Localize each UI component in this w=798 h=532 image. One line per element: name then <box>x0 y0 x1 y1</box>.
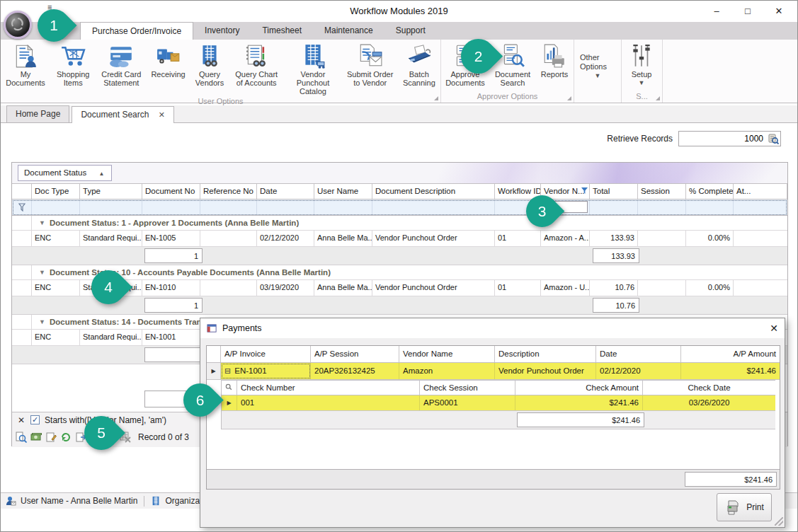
cell-ap-invoice[interactable]: ⊟EN-1001 <box>221 363 311 379</box>
cell-check-amount[interactable]: $241.46 <box>515 395 643 410</box>
retrieve-records-input[interactable] <box>678 131 781 146</box>
cell-document-no[interactable]: EN-1001 <box>142 330 200 345</box>
column-check-number[interactable]: Check Number <box>237 381 420 395</box>
filter-enabled-checkbox[interactable]: ✓ <box>30 415 40 424</box>
edit-record-icon[interactable] <box>45 432 57 443</box>
cell-vendor-name[interactable]: Amazon - A... <box>541 231 590 246</box>
cell-user-name[interactable]: Anna Belle Ma... <box>314 280 372 296</box>
check-row[interactable]: ▶ 001 APS0001 $241.46 03/26/2020 <box>222 395 775 411</box>
collapse-group-icon[interactable]: ▼ <box>39 318 45 325</box>
collapse-group-icon[interactable]: ▼ <box>39 219 45 226</box>
query-vendors-button[interactable]: Query Vendors <box>190 42 230 87</box>
invoice-row[interactable]: ▶ ⊟EN-1001 20AP326132425 Amazon Vendor P… <box>207 363 780 380</box>
column-ap-invoice[interactable]: A/P Invoice <box>221 346 311 362</box>
cell-vendor-name[interactable]: Amazon <box>399 363 495 379</box>
column-session[interactable]: Session <box>638 184 686 199</box>
cell-vendor-name[interactable]: Amazon - U... <box>541 280 590 296</box>
close-button[interactable]: ✕ <box>763 1 794 21</box>
cell-ap-amount[interactable]: $241.46 <box>681 363 780 379</box>
cell-description[interactable]: Vendor Punchout Order <box>495 363 596 379</box>
cell-doc-type[interactable]: ENC <box>32 231 80 246</box>
group-row-status-1[interactable]: ▼ Document Status: 1 - Approver 1 Docume… <box>12 216 787 231</box>
print-button[interactable]: Print <box>717 493 772 521</box>
cell-session[interactable] <box>638 231 686 246</box>
table-row[interactable]: ENC Standard Requi... EN-1005 02/12/2020… <box>12 231 787 247</box>
cell-pct-completed[interactable]: 0.00% <box>686 280 734 296</box>
filter-document-no[interactable] <box>142 200 200 215</box>
column-pct-completed[interactable]: % Completed <box>686 184 734 199</box>
batch-scanning-button[interactable]: Batch Scanning <box>398 42 440 87</box>
my-documents-button[interactable]: My Documents <box>1 42 50 87</box>
cell-date[interactable]: 02/12/2020 <box>257 231 314 246</box>
group-by-document-status[interactable]: Document Status ▲ <box>18 165 112 181</box>
refresh-record-icon[interactable] <box>60 432 72 443</box>
cash-icon[interactable] <box>30 432 42 443</box>
shopping-items-button[interactable]: Shopping Items <box>50 42 96 87</box>
preview-search-icon[interactable] <box>16 432 27 443</box>
cell-date[interactable]: 03/19/2020 <box>257 280 314 296</box>
cell-doc-type[interactable]: ENC <box>32 330 80 345</box>
cell-user-name[interactable]: Anna Belle Ma... <box>314 231 372 246</box>
other-options-button[interactable]: Other Options ▼ <box>574 42 621 91</box>
query-chart-of-accounts-button[interactable]: Query Chart of Accounts <box>229 42 283 87</box>
cell-document-no[interactable]: EN-1010 <box>142 280 200 296</box>
filter-doc-type[interactable] <box>32 200 80 215</box>
cell-attachments[interactable] <box>734 231 787 246</box>
cell-type[interactable]: Standard Requi... <box>80 330 142 345</box>
cell-session[interactable] <box>638 280 686 296</box>
tab-purchase-order-invoice[interactable]: Purchase Order/Invoice <box>80 22 193 40</box>
cell-check-session[interactable]: APS0001 <box>420 395 515 410</box>
receiving-button[interactable]: Receiving <box>147 42 189 79</box>
filter-pct-completed[interactable] <box>686 200 734 215</box>
payments-dialog-titlebar[interactable]: Payments ✕ <box>200 318 785 338</box>
column-user-name[interactable]: User Name <box>314 184 372 199</box>
auto-filter-row[interactable] <box>12 200 787 216</box>
tab-home-page[interactable]: Home Page <box>6 105 69 122</box>
tab-document-search[interactable]: Document Search ✕ <box>72 106 174 123</box>
dialog-launcher-icon[interactable] <box>434 96 438 100</box>
filter-user-name[interactable] <box>314 200 372 215</box>
detail-search-icon[interactable] <box>222 381 237 395</box>
cell-reference-no[interactable] <box>200 280 257 296</box>
column-attachments[interactable]: At... <box>734 184 787 199</box>
column-ap-session[interactable]: A/P Session <box>311 346 399 362</box>
setup-button[interactable]: Setup ▼ <box>622 42 661 87</box>
filter-reference-no[interactable] <box>200 200 257 215</box>
submit-order-to-vendor-button[interactable]: Submit Order to Vendor <box>343 42 398 87</box>
cell-document-description[interactable]: Vendor Punchout Order <box>372 231 495 246</box>
filter-date[interactable] <box>257 200 314 215</box>
dialog-launcher-icon[interactable] <box>567 96 571 100</box>
cell-workflow-id[interactable]: 01 <box>495 280 541 296</box>
cell-date[interactable]: 02/12/2020 <box>596 363 681 379</box>
close-tab-icon[interactable]: ✕ <box>159 110 165 119</box>
collapse-detail-icon[interactable]: ⊟ <box>224 366 231 376</box>
column-check-session[interactable]: Check Session <box>420 381 515 395</box>
credit-card-statement-button[interactable]: Credit Card Statement <box>96 42 147 87</box>
cell-pct-completed[interactable]: 0.00% <box>686 231 734 246</box>
maximize-button[interactable]: □ <box>732 1 763 21</box>
cell-type[interactable]: Standard Requi... <box>80 231 142 246</box>
filter-document-description[interactable] <box>372 200 495 215</box>
column-total[interactable]: Total <box>590 184 638 199</box>
close-filter-icon[interactable]: ✕ <box>18 415 25 425</box>
database-search-icon[interactable] <box>768 133 779 146</box>
cell-ap-session[interactable]: 20AP326132425 <box>311 363 399 379</box>
column-ap-amount[interactable]: A/P Amount <box>681 346 780 362</box>
column-type[interactable]: Type <box>80 184 142 199</box>
column-document-no[interactable]: Document No <box>142 184 200 199</box>
column-doc-type[interactable]: Doc Type <box>32 184 80 199</box>
vendor-punchout-catalog-button[interactable]: Vendor Punchout Catalog <box>283 42 343 96</box>
column-check-amount[interactable]: Check Amount <box>515 381 643 395</box>
tab-timesheet[interactable]: Timesheet <box>251 22 313 40</box>
dialog-launcher-icon[interactable] <box>656 96 660 100</box>
resize-grip[interactable] <box>775 517 783 526</box>
filter-total[interactable] <box>590 200 638 215</box>
filter-type[interactable] <box>80 200 142 215</box>
column-date[interactable]: Date <box>596 346 681 362</box>
cell-document-description[interactable]: Vendor Punchout Order <box>372 280 495 296</box>
close-icon[interactable]: ✕ <box>770 323 778 334</box>
filter-session[interactable] <box>638 200 686 215</box>
cell-reference-no[interactable] <box>200 231 257 246</box>
cell-document-no[interactable]: EN-1005 <box>142 231 200 246</box>
cell-check-number[interactable]: 001 <box>237 395 420 410</box>
